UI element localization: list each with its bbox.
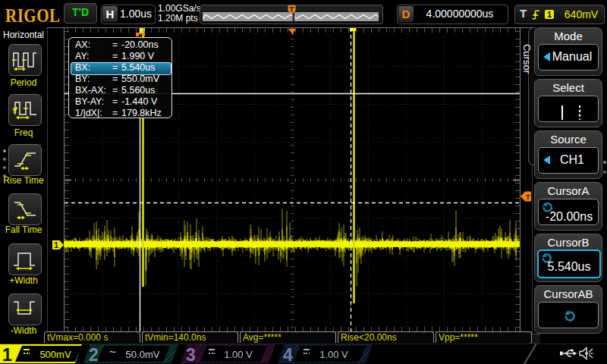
svg-text:T: T: [526, 193, 530, 201]
svg-text:1: 1: [54, 240, 58, 249]
